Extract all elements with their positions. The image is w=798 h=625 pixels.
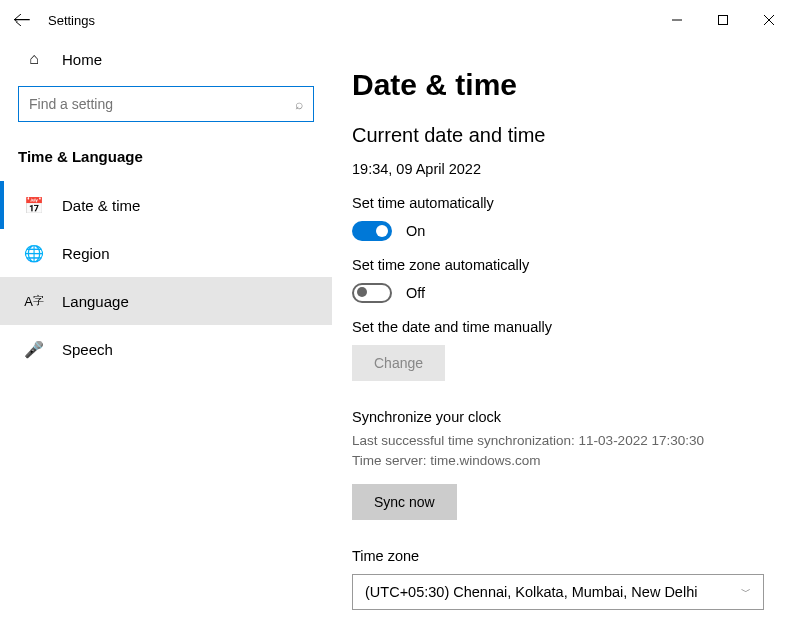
sidebar-item-speech[interactable]: 🎤 Speech <box>0 325 332 373</box>
close-button[interactable] <box>746 4 792 36</box>
timezone-select[interactable]: (UTC+05:30) Chennai, Kolkata, Mumbai, Ne… <box>352 574 764 610</box>
sidebar-item-label: Speech <box>62 341 113 358</box>
sync-last: Last successful time synchronization: 11… <box>352 431 778 451</box>
sidebar-item-language[interactable]: A字 Language <box>0 277 332 325</box>
auto-zone-state: Off <box>406 285 425 301</box>
sidebar: ⌂ Home ⌕ Time & Language 📅 Date & time 🌐… <box>0 40 332 625</box>
main-panel: Date & time Current date and time 19:34,… <box>332 40 798 625</box>
sidebar-item-label: Language <box>62 293 129 310</box>
current-datetime: 19:34, 09 April 2022 <box>352 161 778 177</box>
section-title: Time & Language <box>18 148 314 165</box>
home-label: Home <box>62 51 102 68</box>
maximize-button[interactable] <box>700 4 746 36</box>
search-icon: ⌕ <box>295 96 303 112</box>
auto-zone-toggle[interactable] <box>352 283 392 303</box>
section-current-datetime-title: Current date and time <box>352 124 778 147</box>
svg-rect-1 <box>719 16 728 25</box>
sync-clock-title: Synchronize your clock <box>352 409 778 425</box>
search-input[interactable] <box>29 96 295 112</box>
close-icon <box>764 15 774 25</box>
auto-time-state: On <box>406 223 425 239</box>
globe-icon: 🌐 <box>24 244 44 263</box>
sync-server: Time server: time.windows.com <box>352 451 778 471</box>
search-box[interactable]: ⌕ <box>18 86 314 122</box>
sidebar-item-region[interactable]: 🌐 Region <box>0 229 332 277</box>
page-title: Date & time <box>352 68 778 102</box>
timezone-label: Time zone <box>352 548 778 564</box>
language-icon: A字 <box>24 294 44 309</box>
sidebar-item-date-time[interactable]: 📅 Date & time <box>0 181 332 229</box>
auto-time-label: Set time automatically <box>352 195 778 211</box>
minimize-icon <box>672 15 682 25</box>
home-icon: ⌂ <box>24 50 44 68</box>
auto-zone-label: Set time zone automatically <box>352 257 778 273</box>
minimize-button[interactable] <box>654 4 700 36</box>
timezone-value: (UTC+05:30) Chennai, Kolkata, Mumbai, Ne… <box>365 584 697 600</box>
chevron-down-icon: ﹀ <box>741 585 751 599</box>
back-button[interactable]: 🡠 <box>6 4 38 36</box>
sidebar-item-label: Region <box>62 245 110 262</box>
sync-now-button[interactable]: Sync now <box>352 484 457 520</box>
home-link[interactable]: ⌂ Home <box>18 40 314 86</box>
window-title: Settings <box>48 13 654 28</box>
microphone-icon: 🎤 <box>24 340 44 359</box>
calendar-clock-icon: 📅 <box>24 196 44 215</box>
maximize-icon <box>718 15 728 25</box>
sidebar-item-label: Date & time <box>62 197 140 214</box>
manual-label: Set the date and time manually <box>352 319 778 335</box>
auto-time-toggle[interactable] <box>352 221 392 241</box>
change-button: Change <box>352 345 445 381</box>
titlebar: 🡠 Settings <box>0 0 798 40</box>
